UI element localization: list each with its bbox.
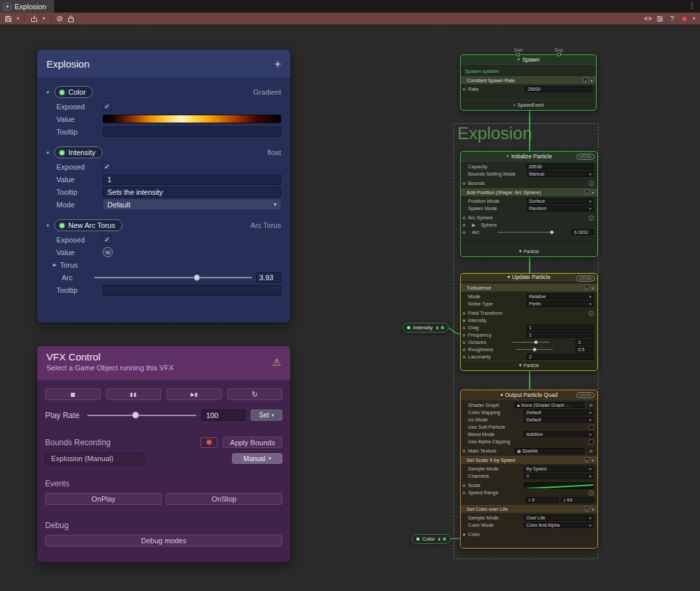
block-enabled-checkbox[interactable]: ✓ [583,78,589,83]
record-bounds-button[interactable] [200,437,217,448]
set-button[interactable]: Set ▾ [251,409,282,421]
attached-object-field[interactable]: Explosion (Manual) [45,453,145,464]
arc-value-field[interactable]: 3.93 [256,272,281,283]
object-picker-icon[interactable]: ⊙ [588,448,594,454]
torus-foldout-row[interactable]: ▶ Torus [37,258,290,271]
intensity-port-connected[interactable] [463,319,465,322]
collapse-arrow-icon[interactable] [438,537,440,541]
debug-modes-button[interactable]: Debug modes [45,535,282,547]
block-enabled-checkbox[interactable]: ✓ [585,506,590,511]
apply-bounds-button[interactable]: Apply Bounds [223,437,282,448]
exposed-checkbox[interactable]: ✓ [103,102,111,111]
arc-input-port[interactable] [463,231,465,234]
frequency-port[interactable] [463,334,465,337]
foldout-icon[interactable]: ▶ [53,262,56,268]
lacunarity-port[interactable] [463,356,465,358]
arc-sphere-input-port[interactable] [463,217,465,219]
rate-field[interactable]: 25000 [525,86,593,92]
position-mode-dropdown[interactable]: Surface▾ [526,198,594,204]
mode-dropdown[interactable]: Default ▾ [103,199,281,210]
speed-range-port[interactable] [463,492,465,494]
roughness-port[interactable] [463,349,465,351]
node-header[interactable]: ⚡ Spawn [461,55,596,65]
arc-slider[interactable] [94,272,252,283]
shader-graph-object-field[interactable]: ▪ None (Shader Graph Vfx Asset) [514,402,585,408]
arc-slider[interactable] [497,230,554,235]
uv-mode-dropdown[interactable]: Default▾ [524,417,594,423]
exposed-checkbox[interactable]: ✓ [103,235,111,244]
value-input[interactable]: 1 [103,174,281,185]
add-property-button[interactable]: + [274,58,281,70]
node-header[interactable]: ▼ Output Particle Quad LOCAL [461,390,597,400]
property-pill-color[interactable]: Color [54,86,93,98]
blackboard-header[interactable]: Explosion + [37,50,290,78]
range-x-field[interactable]: x0 [526,497,559,503]
scale-port[interactable] [463,484,465,487]
channels-dropdown[interactable]: Y▾ [524,473,594,479]
play-rate-slider[interactable] [88,410,196,421]
parameter-node-intensity[interactable]: Intensity [402,323,449,333]
soft-particle-checkbox[interactable] [589,425,594,430]
tooltip-input[interactable] [103,127,281,137]
block-settings-chevron[interactable]: ▾ [591,78,593,83]
system-name-field[interactable]: Spawn system [461,66,596,75]
field-transform-port[interactable] [463,312,465,315]
block-set-color-over-life[interactable]: Set Color over Life ✓ ▾ [461,505,597,513]
initialize-context-node[interactable]: ⚡ Initialize Particle LOCAL Capacity 655… [460,151,598,257]
parameter-output-port[interactable] [441,326,444,329]
property-pill-arc-torus[interactable]: New Arc Torus [54,219,123,231]
blend-mode-dropdown[interactable]: Additive▾ [524,431,594,437]
bounds-mode-dropdown[interactable]: Manual▾ [526,171,594,177]
octaves-port[interactable] [463,341,465,344]
lacunarity-field[interactable]: 2 [526,354,594,360]
chevron-down-icon[interactable]: ▾ [46,223,49,229]
drag-port[interactable] [463,327,465,329]
capacity-field[interactable]: 65536 [526,164,594,170]
tooltip-input[interactable] [103,285,281,296]
block-set-scale-by-speed[interactable]: Set Scale X by Speed ✓ ▾ [461,456,597,464]
tooltip-input[interactable]: Sets the intensity [103,187,281,197]
property-group-arc-torus[interactable]: ▾ New Arc Torus Arc Torus [37,217,290,233]
node-header[interactable]: ⚡ Initialize Particle LOCAL [461,152,597,162]
octaves-field[interactable]: 3 [575,339,594,345]
noise-type-dropdown[interactable]: Perlin▾ [526,301,594,307]
block-enabled-checkbox[interactable]: ✓ [585,457,590,462]
block-enabled-checkbox[interactable]: ✓ [585,189,590,195]
parameter-output-port[interactable] [443,537,446,541]
world-space-badge[interactable]: W [103,247,113,257]
block-turbulence[interactable]: Turbulence ✓ ▾ [461,284,597,292]
exposed-checkbox[interactable]: ✓ [103,162,111,171]
spawn-mode-dropdown[interactable]: Random▾ [526,205,594,211]
foldout-icon[interactable]: ▶ [472,223,475,228]
block-settings-chevron[interactable]: ▾ [592,507,594,511]
play-rate-field[interactable]: 100 [202,409,245,421]
output-context-node[interactable]: ▼ Output Particle Quad LOCAL Shader Grap… [460,390,598,549]
step-button[interactable]: ▶▮ [166,388,222,400]
mode-dropdown[interactable]: Relative▾ [526,294,594,299]
onstop-button[interactable]: OnStop [166,493,282,505]
block-enabled-checkbox[interactable]: ✓ [585,285,590,290]
object-picker-icon[interactable]: ⊙ [588,402,594,408]
restart-button[interactable]: ↻ [227,388,283,400]
range-y-field[interactable]: y64 [561,497,594,503]
frequency-field[interactable]: 1 [526,332,594,338]
manual-dropdown-button[interactable]: Manual ▾ [232,453,282,464]
particle-output-port[interactable]: ▼ Particle [461,360,597,369]
roughness-field[interactable]: 0.5 [575,347,594,352]
property-pill-intensity[interactable]: Intensity [54,146,103,158]
onplay-button[interactable]: OnPlay [45,493,162,505]
block-add-position[interactable]: Add Position (Shape: Arc Sphere) ✓ ▾ [461,188,597,196]
stop-button[interactable]: ■ [45,388,101,400]
parameter-node-color[interactable]: Color [412,534,451,544]
block-settings-chevron[interactable]: ▾ [592,190,594,195]
drag-field[interactable]: 1 [526,325,594,331]
property-group-intensity[interactable]: ▾ Intensity float [37,144,290,160]
roughness-slider[interactable] [516,347,553,352]
color-port-connected[interactable] [463,533,465,536]
arc-field[interactable]: 6.2831 [571,229,594,235]
property-group-color[interactable]: ▾ Color Gradient [37,84,290,100]
collapse-arrow-icon[interactable] [436,326,438,330]
block-constant-spawn-rate[interactable]: Constant Spawn Rate ✓ ▾ [461,76,596,84]
particle-output-port[interactable]: ▼ Particle [461,246,597,255]
update-context-node[interactable]: ▼ Update Particle LOCAL Turbulence ✓ ▾ M… [460,273,598,371]
